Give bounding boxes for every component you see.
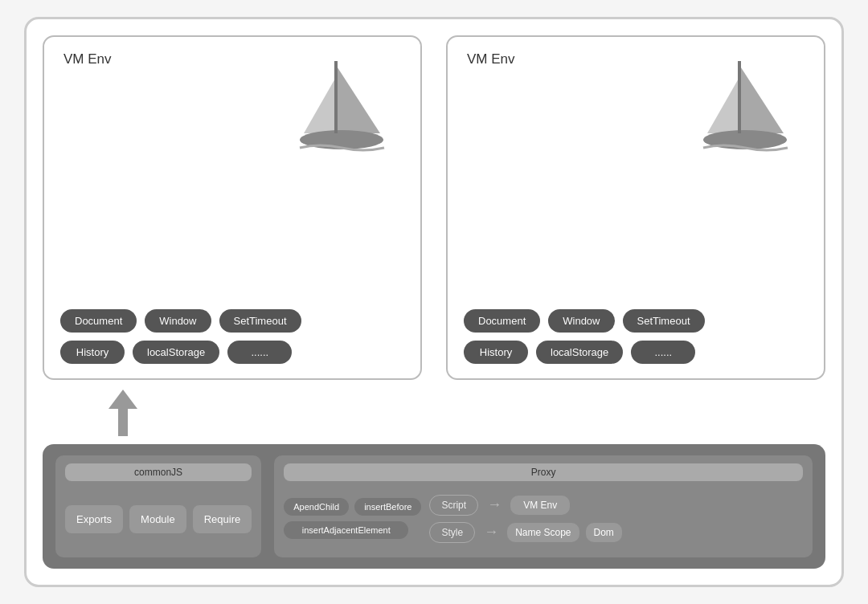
pill-rows-left: Document Window SetTimeout History local… [60, 309, 404, 364]
proxy-right: Script → VM Env Style → Name Scope Dom [429, 495, 803, 543]
pill-row-right-2: History localStorage ...... [464, 341, 808, 364]
pill-window-left: Window [145, 309, 211, 333]
pill-document-left: Document [60, 309, 137, 333]
arrow-section [43, 388, 825, 444]
commonjs-pills: Exports Module Require [65, 489, 252, 549]
svg-rect-3 [334, 61, 338, 133]
proxy-content: ApendChild insertBefore insertAdjacentEl… [284, 488, 803, 549]
vm-env-box-right: VM Env Document Window SetTimeout [446, 35, 825, 380]
proxy-box: Proxy ApendChild insertBefore insertAdja… [274, 455, 813, 557]
commonjs-require: Require [193, 505, 252, 533]
proxy-dom-dest: Dom [586, 523, 622, 542]
proxy-left-row2: insertAdjacentElement [284, 521, 421, 539]
boat-right [695, 53, 800, 165]
proxy-script-label: Script [429, 495, 478, 516]
proxy-namescope-dest: Name Scope [507, 523, 579, 542]
main-container: VM Env Document [24, 17, 844, 587]
svg-marker-8 [108, 390, 137, 436]
pill-window-right: Window [548, 309, 614, 333]
svg-marker-5 [707, 77, 739, 133]
pill-history-right: History [464, 341, 528, 364]
proxy-appendchild: ApendChild [284, 498, 349, 516]
proxy-style-label: Style [429, 522, 475, 543]
pill-settimeout-left: SetTimeout [219, 309, 301, 333]
pill-history-left: History [60, 341, 125, 364]
proxy-insertadjacent: insertAdjacentElement [284, 521, 408, 539]
arrow-right-icon-2: → [481, 524, 501, 541]
svg-marker-4 [739, 65, 784, 133]
pill-row-left-1: Document Window SetTimeout [60, 309, 404, 333]
proxy-vmenv-dest: VM Env [510, 496, 570, 515]
pill-document-right: Document [464, 309, 540, 333]
bottom-section: commonJS Exports Module Require Proxy Ap… [43, 444, 825, 569]
boat-icon-right [695, 53, 800, 165]
commonjs-box: commonJS Exports Module Require [55, 455, 261, 557]
svg-rect-7 [738, 61, 741, 133]
svg-marker-0 [336, 65, 380, 133]
pill-row-left-2: History localStorage ...... [60, 341, 404, 364]
vm-env-box-left: VM Env Document [43, 35, 422, 380]
proxy-left: ApendChild insertBefore insertAdjacentEl… [284, 498, 421, 539]
pill-more-right: ...... [631, 341, 695, 364]
boat-left [292, 53, 396, 165]
proxy-right-row2: Style → Name Scope Dom [429, 522, 803, 543]
svg-marker-1 [304, 77, 336, 133]
pill-more-left: ...... [227, 341, 292, 364]
commonjs-module: Module [129, 505, 186, 533]
commonjs-exports: Exports [65, 505, 123, 533]
arrow-right-icon-1: → [485, 496, 504, 513]
commonjs-label: commonJS [65, 463, 252, 481]
boat-icon-left [292, 53, 396, 165]
arrow-up-icon [107, 390, 139, 436]
vm-env-label-left: VM Env [63, 51, 112, 67]
pill-localstorage-right: localStorage [536, 341, 623, 364]
top-section: VM Env Document [43, 35, 825, 388]
arrow-up-container [43, 389, 203, 437]
proxy-label: Proxy [284, 463, 803, 481]
vm-env-label-right: VM Env [467, 51, 515, 67]
proxy-left-row1: ApendChild insertBefore [284, 498, 421, 516]
pill-rows-right: Document Window SetTimeout History local… [464, 309, 808, 364]
proxy-insertbefore: insertBefore [354, 498, 421, 516]
proxy-right-row1: Script → VM Env [429, 495, 803, 516]
pill-settimeout-right: SetTimeout [623, 309, 705, 333]
pill-localstorage-left: localStorage [133, 341, 219, 364]
pill-row-right-1: Document Window SetTimeout [464, 309, 808, 333]
